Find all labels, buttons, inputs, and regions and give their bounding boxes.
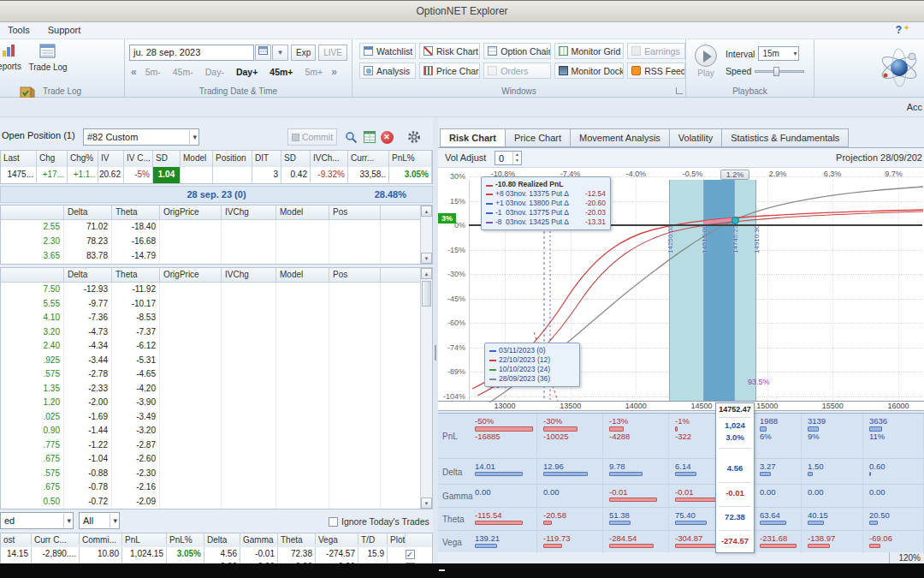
scrollbar[interactable]: ▲ ▼ xyxy=(420,268,432,509)
column-header[interactable]: OrigPrice xyxy=(160,206,222,219)
leg-row[interactable]: .575-2.78-4.65 xyxy=(1,367,432,382)
column-header[interactable]: Vega xyxy=(316,533,358,545)
column-header[interactable]: IV C... xyxy=(124,151,153,167)
column-header[interactable]: Commi... xyxy=(80,533,122,545)
splitter-grip[interactable] xyxy=(435,342,436,361)
interval-select[interactable]: 15m▾ xyxy=(758,46,799,61)
leg-row[interactable]: 3.6583.78-14.79 xyxy=(1,249,432,264)
column-header[interactable]: Delta xyxy=(204,533,240,545)
column-header[interactable]: Plot xyxy=(388,533,406,545)
scroll-up-icon[interactable]: ▲ xyxy=(421,206,432,217)
tab[interactable]: Volatility xyxy=(670,128,722,147)
reports-button[interactable]: eports xyxy=(0,39,24,80)
column-header[interactable]: Theta xyxy=(278,533,316,545)
trade-log-button[interactable]: Trade Log xyxy=(27,39,69,80)
window-toggle-button[interactable]: Watchlist xyxy=(359,43,416,59)
column-header[interactable]: Curr... xyxy=(348,151,389,167)
zoom-level[interactable]: 120% xyxy=(889,552,921,563)
window-toggle-button[interactable]: Risk Chart xyxy=(419,43,480,59)
spinner-arrows-icon[interactable]: ▲▼ xyxy=(512,152,521,164)
time-step-button[interactable]: 5m+ xyxy=(299,65,329,79)
column-header[interactable]: Pos xyxy=(329,206,381,219)
tab[interactable]: Risk Chart xyxy=(440,128,506,147)
column-header[interactable]: Model xyxy=(276,206,329,219)
slider-thumb[interactable] xyxy=(773,67,779,76)
trading-date-input[interactable]: ju. 28 sep. 2023 xyxy=(129,45,254,61)
leg-row[interactable]: 2.3078.23-16.68 xyxy=(1,235,432,249)
time-step-button[interactable]: 45m- xyxy=(167,65,199,79)
time-step-button[interactable]: Day+ xyxy=(230,65,264,79)
title-bar[interactable]: OptionNET Explorer xyxy=(0,0,924,22)
leg-row[interactable]: 1.35-2.33-4.20 xyxy=(1,382,432,396)
column-header[interactable]: Position xyxy=(213,151,252,167)
leg-row[interactable]: .675-0.78-2.16 xyxy=(1,480,432,495)
windows-group-expand-icon[interactable] xyxy=(676,87,683,94)
plot-checkbox[interactable] xyxy=(406,550,415,559)
column-header[interactable]: Model xyxy=(181,151,213,167)
column-header[interactable]: PnL% xyxy=(167,533,204,545)
position-select[interactable]: #82 Custom▾ xyxy=(83,128,199,146)
scrollbar[interactable]: ▲ ▼ xyxy=(420,206,432,264)
column-header[interactable]: Chg xyxy=(37,151,68,167)
menu-support[interactable]: Support xyxy=(40,22,89,39)
leg-row[interactable]: 2.5571.02-18.40 xyxy=(1,220,432,235)
leg-row[interactable]: .025-1.69-3.49 xyxy=(1,410,432,425)
column-header[interactable]: Delta xyxy=(64,268,112,282)
export-table-icon[interactable] xyxy=(361,128,378,146)
tab[interactable]: Movement Analysis xyxy=(571,128,670,147)
ignore-trades-checkbox[interactable] xyxy=(329,517,338,527)
time-step-button[interactable]: 5m- xyxy=(139,65,167,79)
column-header[interactable]: IVCh... xyxy=(311,151,348,167)
play-button[interactable] xyxy=(695,45,717,67)
column-header[interactable]: PnL% xyxy=(389,151,432,167)
jump-forward-icon[interactable]: » xyxy=(329,66,340,78)
leg-row[interactable]: .675-1.04-2.60 xyxy=(1,452,432,467)
scroll-down-icon[interactable]: ▼ xyxy=(421,253,432,264)
leg-row[interactable]: .575-0.88-2.30 xyxy=(1,467,432,481)
leg-row[interactable]: 3.20-4.73-7.37 xyxy=(1,325,432,340)
tab[interactable]: Price Chart xyxy=(506,128,571,147)
leg-row[interactable]: 0.90-1.44-3.20 xyxy=(1,424,432,438)
column-header[interactable]: SD xyxy=(153,151,181,167)
calendar-dropdown-icon[interactable]: ▾ xyxy=(272,45,288,61)
speed-slider[interactable] xyxy=(755,66,804,76)
leg-row[interactable]: 4.10-7.36-8.53 xyxy=(1,311,432,325)
column-header[interactable]: IVChg xyxy=(222,268,276,282)
leg-row[interactable]: .925-3.44-5.31 xyxy=(1,354,432,368)
column-header[interactable]: Pos xyxy=(329,268,381,282)
leg-row[interactable]: 2.40-4.34-6.12 xyxy=(1,339,432,354)
window-toggle-button[interactable]: RSS Feed xyxy=(627,63,685,79)
window-toggle-button[interactable]: Option Chain xyxy=(483,43,550,59)
search-icon[interactable] xyxy=(342,128,359,146)
column-header[interactable]: Theta xyxy=(112,268,160,282)
live-button[interactable]: LIVE xyxy=(318,45,347,61)
leg-row[interactable]: 5.55-9.77-10.17 xyxy=(1,297,432,312)
scroll-up-icon[interactable]: ▲ xyxy=(421,268,432,279)
window-toggle-button[interactable]: Price Chart xyxy=(419,63,480,79)
column-header[interactable]: Gamma xyxy=(240,533,278,545)
scope-filter-select[interactable]: All▾ xyxy=(79,512,120,529)
window-toggle-button[interactable]: Monitor Grid xyxy=(554,43,625,59)
time-step-button[interactable]: 45m+ xyxy=(264,65,299,79)
scrollbar-thumb[interactable] xyxy=(422,281,431,307)
column-header[interactable]: SD xyxy=(281,151,311,167)
window-toggle-button[interactable]: Analysis xyxy=(359,63,416,79)
risk-chart[interactable]: 3% 8.5% 93.5% -10.80 Realized PnL +803no… xyxy=(438,168,924,411)
commit-button[interactable]: Commit xyxy=(287,128,337,146)
window-toggle-button[interactable]: Orders xyxy=(483,63,550,79)
time-step-button[interactable]: Day- xyxy=(199,65,230,79)
column-header[interactable]: Last xyxy=(1,151,37,167)
column-header[interactable]: Delta xyxy=(64,206,112,219)
column-header[interactable]: Chg% xyxy=(68,151,98,167)
column-header[interactable]: Curr C... xyxy=(32,533,80,545)
column-header[interactable]: Model xyxy=(276,268,329,282)
column-header[interactable]: Theta xyxy=(112,206,160,219)
column-header[interactable]: IV xyxy=(98,151,124,167)
exp-button[interactable]: Exp xyxy=(291,45,316,61)
tab[interactable]: Statistics & Fundamentals xyxy=(722,128,849,147)
menu-tools[interactable]: Tools xyxy=(0,22,38,39)
leg-row[interactable]: 1.20-2.00-3.90 xyxy=(1,396,432,410)
trade-filter-select[interactable]: ed▾ xyxy=(0,512,74,529)
column-header[interactable]: DIT xyxy=(252,151,281,167)
column-header[interactable]: PnL xyxy=(122,533,167,545)
